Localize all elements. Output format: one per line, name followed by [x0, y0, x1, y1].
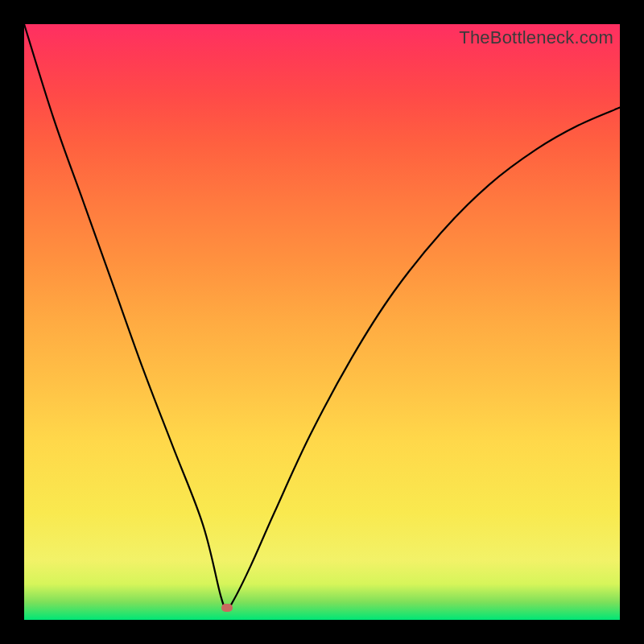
- optimum-marker: [221, 604, 233, 612]
- watermark-text: TheBottleneck.com: [459, 27, 613, 48]
- plot-area: TheBottleneck.com: [24, 24, 620, 620]
- chart-frame: TheBottleneck.com: [0, 0, 644, 644]
- curve-path: [24, 24, 620, 609]
- bottleneck-curve: [24, 24, 620, 620]
